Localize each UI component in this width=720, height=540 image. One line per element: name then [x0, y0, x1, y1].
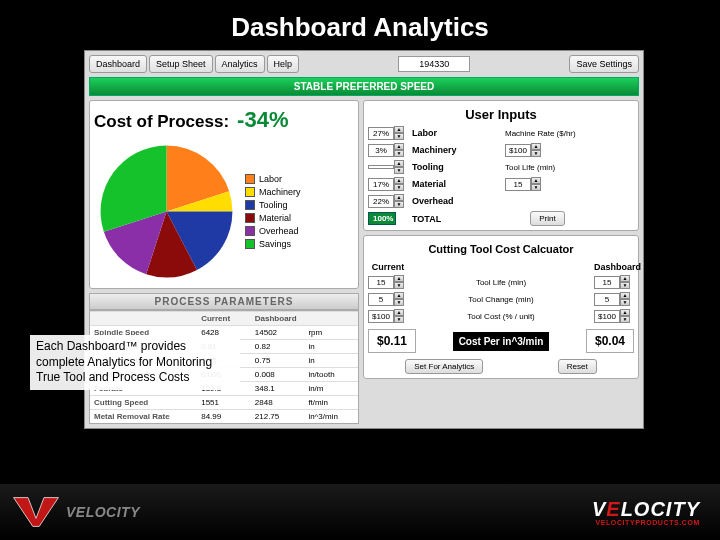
table-row: Cutting Speed15512848ft/min	[90, 395, 358, 409]
pie-chart	[94, 139, 239, 284]
cost-dashboard: $0.04	[586, 329, 634, 353]
cop-label: Cost of Process:	[94, 112, 229, 132]
tab-analytics[interactable]: Analytics	[215, 55, 265, 73]
slide-title: Dashboard Analytics	[0, 0, 720, 51]
calculator-panel: Cutting Tool Cost Calcuator CurrentDashb…	[363, 235, 639, 379]
id-field[interactable]: 194330	[398, 56, 470, 72]
logo-left-text: VELOCITY	[66, 504, 140, 520]
labor-stepper[interactable]: 27%▲▼	[368, 126, 404, 140]
cur-life-stepper[interactable]: 15▲▼	[368, 275, 408, 289]
dash-change-stepper[interactable]: 5▲▼	[594, 292, 634, 306]
process-params-heading: PROCESS PARAMETERS	[89, 293, 359, 310]
slide-caption: Each Dashboard™ provides complete Analyt…	[30, 335, 240, 390]
pie-legend: Labor Machinery Tooling Material Overhea…	[245, 174, 301, 249]
tab-help[interactable]: Help	[267, 55, 300, 73]
table-row: Metal Removal Rate84.99212.75in^3/min	[90, 409, 358, 423]
print-button[interactable]: Print	[530, 211, 564, 226]
tab-dashboard[interactable]: Dashboard	[89, 55, 147, 73]
cop-value: -34%	[237, 107, 288, 133]
tooling-stepper[interactable]: ▲▼	[368, 160, 404, 174]
total-value: 100%	[368, 212, 396, 225]
cost-current: $0.11	[368, 329, 416, 353]
logo-right: VELOCITY VELOCITYPRODUCTS.COM	[592, 499, 700, 526]
tab-setup-sheet[interactable]: Setup Sheet	[149, 55, 213, 73]
cur-change-stepper[interactable]: 5▲▼	[368, 292, 408, 306]
cur-cost-stepper[interactable]: $100▲▼	[368, 309, 408, 323]
machine-rate-stepper[interactable]: $100▲▼	[505, 143, 590, 157]
dash-cost-stepper[interactable]: $100▲▼	[594, 309, 634, 323]
user-inputs-panel: User Inputs 27%▲▼ Labor Machine Rate ($/…	[363, 100, 639, 231]
machinery-stepper[interactable]: 3%▲▼	[368, 143, 404, 157]
user-inputs-heading: User Inputs	[368, 105, 634, 126]
status-banner: STABLE PREFERRED SPEED	[89, 77, 639, 96]
cost-of-process-panel: Cost of Process: -34%	[89, 100, 359, 289]
overhead-stepper[interactable]: 22%▲▼	[368, 194, 404, 208]
velocity-v-icon	[10, 496, 62, 528]
set-analytics-button[interactable]: Set For Analytics	[405, 359, 483, 374]
reset-button[interactable]: Reset	[558, 359, 597, 374]
tab-bar: Dashboard Setup Sheet Analytics Help 194…	[89, 55, 639, 73]
svg-marker-0	[14, 498, 59, 527]
footer: VELOCITY VELOCITY VELOCITYPRODUCTS.COM	[0, 484, 720, 540]
logo-left: VELOCITY	[10, 496, 140, 528]
tool-life-stepper[interactable]: 15▲▼	[505, 177, 590, 191]
calc-heading: Cutting Tool Cost Calcuator	[368, 240, 634, 258]
save-settings-button[interactable]: Save Settings	[569, 55, 639, 73]
cost-per-label: Cost Per in^3/min	[453, 332, 550, 351]
material-stepper[interactable]: 17%▲▼	[368, 177, 404, 191]
dash-life-stepper[interactable]: 15▲▼	[594, 275, 634, 289]
